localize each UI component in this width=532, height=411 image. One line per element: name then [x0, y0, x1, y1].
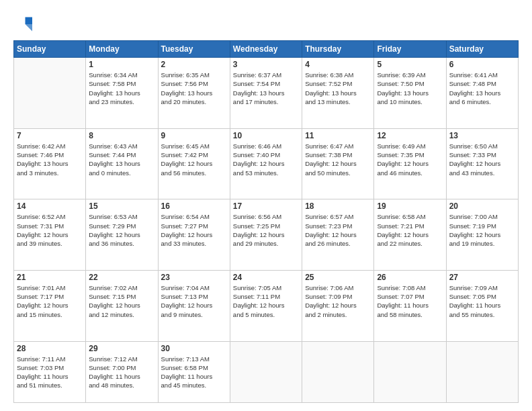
day-number: 8	[89, 131, 154, 140]
svg-marker-1	[26, 24, 33, 32]
logo	[13, 15, 34, 34]
week-row-4: 21Sunrise: 7:01 AM Sunset: 7:17 PM Dayli…	[14, 270, 519, 341]
day-info: Sunrise: 6:43 AM Sunset: 7:44 PM Dayligh…	[89, 142, 154, 177]
day-number: 10	[233, 131, 299, 140]
calendar-cell: 5Sunrise: 6:39 AM Sunset: 7:50 PM Daylig…	[374, 58, 446, 129]
header	[13, 12, 519, 34]
weekday-header-friday: Friday	[374, 41, 446, 58]
day-number: 1	[89, 60, 154, 69]
day-number: 18	[305, 201, 371, 211]
calendar-cell: 10Sunrise: 6:46 AM Sunset: 7:40 PM Dayli…	[230, 128, 302, 199]
calendar-cell	[374, 341, 446, 403]
day-number: 30	[161, 344, 227, 353]
day-info: Sunrise: 6:52 AM Sunset: 7:31 PM Dayligh…	[17, 212, 83, 248]
calendar-cell: 27Sunrise: 7:09 AM Sunset: 7:05 PM Dayli…	[446, 270, 518, 341]
week-row-1: 1Sunrise: 6:34 AM Sunset: 7:58 PM Daylig…	[14, 58, 519, 129]
day-info: Sunrise: 6:57 AM Sunset: 7:23 PM Dayligh…	[305, 212, 371, 248]
calendar-cell: 21Sunrise: 7:01 AM Sunset: 7:17 PM Dayli…	[14, 270, 86, 341]
calendar-cell: 20Sunrise: 7:00 AM Sunset: 7:19 PM Dayli…	[446, 199, 518, 271]
calendar-cell: 1Sunrise: 6:34 AM Sunset: 7:58 PM Daylig…	[86, 58, 158, 129]
calendar-cell: 3Sunrise: 6:37 AM Sunset: 7:54 PM Daylig…	[230, 58, 302, 129]
calendar-cell: 14Sunrise: 6:52 AM Sunset: 7:31 PM Dayli…	[14, 199, 86, 271]
day-info: Sunrise: 6:49 AM Sunset: 7:35 PM Dayligh…	[377, 142, 443, 177]
day-number: 19	[377, 201, 443, 211]
day-number: 14	[17, 201, 83, 211]
day-info: Sunrise: 7:04 AM Sunset: 7:13 PM Dayligh…	[161, 283, 227, 319]
day-info: Sunrise: 7:09 AM Sunset: 7:05 PM Dayligh…	[449, 283, 515, 319]
calendar-cell: 15Sunrise: 6:53 AM Sunset: 7:29 PM Dayli…	[86, 199, 158, 271]
day-info: Sunrise: 6:46 AM Sunset: 7:40 PM Dayligh…	[233, 142, 299, 177]
week-row-3: 14Sunrise: 6:52 AM Sunset: 7:31 PM Dayli…	[14, 199, 519, 271]
svg-rect-2	[13, 15, 26, 34]
day-number: 2	[161, 60, 227, 69]
calendar-cell: 19Sunrise: 6:58 AM Sunset: 7:21 PM Dayli…	[374, 199, 446, 271]
day-number: 28	[17, 344, 83, 353]
weekday-header-wednesday: Wednesday	[230, 41, 302, 58]
calendar-cell: 6Sunrise: 6:41 AM Sunset: 7:48 PM Daylig…	[446, 58, 518, 129]
calendar-cell: 12Sunrise: 6:49 AM Sunset: 7:35 PM Dayli…	[374, 128, 446, 199]
day-number: 23	[161, 273, 227, 282]
day-info: Sunrise: 6:41 AM Sunset: 7:48 PM Dayligh…	[449, 71, 515, 106]
calendar-cell: 22Sunrise: 7:02 AM Sunset: 7:15 PM Dayli…	[86, 270, 158, 341]
calendar-cell: 7Sunrise: 6:42 AM Sunset: 7:46 PM Daylig…	[14, 128, 86, 199]
day-info: Sunrise: 7:08 AM Sunset: 7:07 PM Dayligh…	[377, 283, 443, 319]
weekday-header-sunday: Sunday	[14, 41, 86, 58]
day-info: Sunrise: 7:05 AM Sunset: 7:11 PM Dayligh…	[233, 283, 299, 319]
calendar-cell	[446, 341, 518, 403]
calendar-cell	[302, 341, 374, 403]
day-info: Sunrise: 7:13 AM Sunset: 6:58 PM Dayligh…	[161, 355, 227, 390]
day-info: Sunrise: 6:56 AM Sunset: 7:25 PM Dayligh…	[233, 212, 299, 248]
day-info: Sunrise: 6:50 AM Sunset: 7:33 PM Dayligh…	[449, 142, 515, 177]
day-number: 25	[305, 273, 371, 282]
calendar-table: SundayMondayTuesdayWednesdayThursdayFrid…	[13, 40, 519, 403]
weekday-header-thursday: Thursday	[302, 41, 374, 58]
weekday-header-tuesday: Tuesday	[158, 41, 230, 58]
day-info: Sunrise: 6:34 AM Sunset: 7:58 PM Dayligh…	[89, 71, 154, 106]
calendar-cell: 4Sunrise: 6:38 AM Sunset: 7:52 PM Daylig…	[302, 58, 374, 129]
calendar-body: 1Sunrise: 6:34 AM Sunset: 7:58 PM Daylig…	[14, 58, 519, 403]
day-number: 5	[377, 60, 443, 69]
calendar-cell: 18Sunrise: 6:57 AM Sunset: 7:23 PM Dayli…	[302, 199, 374, 271]
day-number: 26	[377, 273, 443, 282]
weekday-header-saturday: Saturday	[446, 41, 518, 58]
day-number: 27	[449, 273, 515, 282]
day-info: Sunrise: 7:06 AM Sunset: 7:09 PM Dayligh…	[305, 283, 371, 319]
day-info: Sunrise: 6:38 AM Sunset: 7:52 PM Dayligh…	[305, 71, 371, 106]
day-info: Sunrise: 6:45 AM Sunset: 7:42 PM Dayligh…	[161, 142, 227, 177]
day-number: 20	[449, 201, 515, 211]
day-number: 7	[17, 131, 83, 140]
calendar-cell: 26Sunrise: 7:08 AM Sunset: 7:07 PM Dayli…	[374, 270, 446, 341]
calendar-cell: 11Sunrise: 6:47 AM Sunset: 7:38 PM Dayli…	[302, 128, 374, 199]
day-number: 13	[449, 131, 515, 140]
day-number: 4	[305, 60, 371, 69]
day-info: Sunrise: 6:39 AM Sunset: 7:50 PM Dayligh…	[377, 71, 443, 106]
day-number: 17	[233, 201, 299, 211]
page: SundayMondayTuesdayWednesdayThursdayFrid…	[0, 0, 532, 411]
calendar-cell: 2Sunrise: 6:35 AM Sunset: 7:56 PM Daylig…	[158, 58, 230, 129]
week-row-5: 28Sunrise: 7:11 AM Sunset: 7:03 PM Dayli…	[14, 341, 519, 403]
week-row-2: 7Sunrise: 6:42 AM Sunset: 7:46 PM Daylig…	[14, 128, 519, 199]
day-number: 21	[17, 273, 83, 282]
day-number: 6	[449, 60, 515, 69]
day-number: 15	[89, 201, 154, 211]
calendar-cell: 30Sunrise: 7:13 AM Sunset: 6:58 PM Dayli…	[158, 341, 230, 403]
day-number: 22	[89, 273, 154, 282]
calendar-cell: 17Sunrise: 6:56 AM Sunset: 7:25 PM Dayli…	[230, 199, 302, 271]
calendar-cell: 16Sunrise: 6:54 AM Sunset: 7:27 PM Dayli…	[158, 199, 230, 271]
day-info: Sunrise: 6:58 AM Sunset: 7:21 PM Dayligh…	[377, 212, 443, 248]
calendar-cell: 13Sunrise: 6:50 AM Sunset: 7:33 PM Dayli…	[446, 128, 518, 199]
calendar-cell: 28Sunrise: 7:11 AM Sunset: 7:03 PM Dayli…	[14, 341, 86, 403]
day-info: Sunrise: 7:12 AM Sunset: 7:00 PM Dayligh…	[89, 355, 154, 390]
day-info: Sunrise: 6:54 AM Sunset: 7:27 PM Dayligh…	[161, 212, 227, 248]
day-number: 9	[161, 131, 227, 140]
day-info: Sunrise: 7:00 AM Sunset: 7:19 PM Dayligh…	[449, 212, 515, 248]
day-number: 12	[377, 131, 443, 140]
weekday-header-monday: Monday	[86, 41, 158, 58]
calendar-cell: 8Sunrise: 6:43 AM Sunset: 7:44 PM Daylig…	[86, 128, 158, 199]
calendar-cell: 29Sunrise: 7:12 AM Sunset: 7:00 PM Dayli…	[86, 341, 158, 403]
day-number: 29	[89, 344, 154, 353]
day-info: Sunrise: 6:53 AM Sunset: 7:29 PM Dayligh…	[89, 212, 154, 248]
calendar-cell	[230, 341, 302, 403]
calendar-cell: 23Sunrise: 7:04 AM Sunset: 7:13 PM Dayli…	[158, 270, 230, 341]
day-number: 3	[233, 60, 299, 69]
